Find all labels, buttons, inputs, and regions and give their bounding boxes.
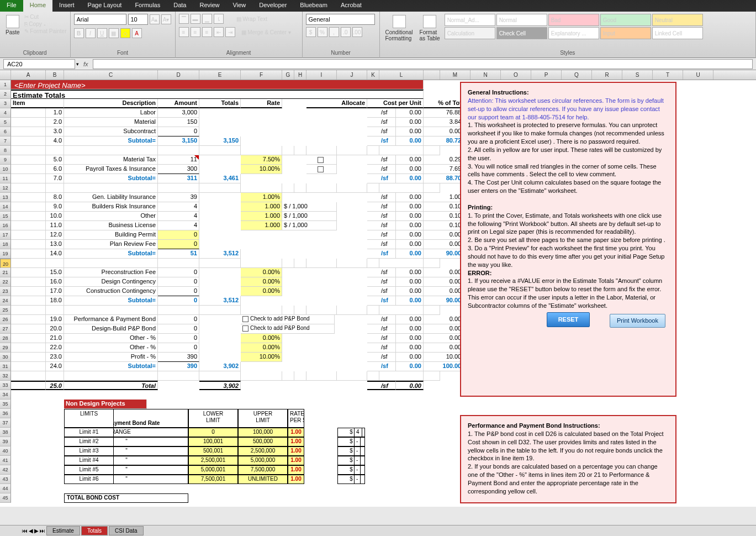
allocate-checkbox[interactable] — [306, 165, 337, 174]
amount[interactable]: 0 — [158, 268, 199, 277]
nd-dollar[interactable]: $ — [337, 456, 365, 465]
pp-bond-checkbox[interactable]: Check to add P&P Bond — [241, 315, 335, 324]
tab-formulas[interactable]: Formulas — [128, 0, 167, 12]
row-header[interactable]: 14 — [0, 202, 11, 212]
hdr-cpu[interactable]: Cost per Unit — [367, 99, 424, 108]
nd-limit-name[interactable]: Limit #2 — [64, 437, 114, 446]
format-painter-button[interactable]: ✎ Format Painter — [24, 28, 67, 34]
rate-unit[interactable]: $ / 1,000 — [282, 202, 337, 212]
empty-cell[interactable] — [306, 371, 337, 381]
amount[interactable]: 0 — [158, 324, 199, 334]
estimate-totals-title[interactable]: Estimate Totals — [11, 90, 424, 99]
empty-cell[interactable] — [367, 306, 379, 315]
nd-upper[interactable]: 100,000 — [238, 428, 288, 437]
unit-label[interactable]: /sf — [379, 221, 396, 230]
cell[interactable] — [11, 277, 46, 287]
fill-color-button[interactable]: ◇ — [120, 28, 130, 38]
item-number[interactable]: 22.0 — [46, 343, 64, 353]
cell[interactable] — [11, 343, 46, 353]
empty-cell[interactable] — [64, 371, 158, 381]
number-format-select[interactable] — [306, 14, 375, 25]
copy-button[interactable]: ⎘ Copy ▾ — [24, 21, 67, 27]
description[interactable]: Construction Contingency — [64, 287, 158, 296]
empty-cell[interactable] — [158, 371, 199, 381]
description[interactable]: Performance & Payment Bond — [64, 315, 158, 324]
amount[interactable]: 0 — [158, 277, 199, 287]
unit-label[interactable]: /sf — [379, 343, 396, 353]
empty-cell[interactable] — [241, 306, 282, 315]
amount[interactable]: 150 — [158, 118, 199, 127]
align-left[interactable]: ≡ — [179, 27, 189, 37]
nd-lower[interactable]: 0 — [188, 428, 238, 437]
tab-developer[interactable]: Developer — [252, 0, 293, 12]
totals[interactable]: 3,150 — [199, 136, 241, 146]
row-header[interactable]: 16 — [0, 221, 11, 230]
nd-rate[interactable]: 1.00 — [288, 428, 304, 437]
nd-amount[interactable]: - — [354, 456, 361, 465]
tab-bluebeam[interactable]: Bluebeam — [293, 0, 334, 12]
row-header[interactable]: 12 — [0, 183, 11, 193]
description[interactable]: Preconstruction Fee — [64, 268, 158, 277]
amount[interactable]: 300 — [158, 165, 199, 174]
unit-label[interactable]: /sf — [379, 381, 396, 390]
row-header[interactable]: 34 — [0, 390, 11, 400]
amount[interactable]: 51 — [158, 249, 199, 259]
unit-label[interactable]: /sf — [379, 136, 396, 146]
hdr-allocate[interactable]: Allocate — [306, 99, 367, 108]
row-header[interactable]: 10 — [0, 165, 11, 174]
description[interactable]: Gen. Liability Insurance — [64, 193, 158, 202]
increase-font-button[interactable]: A▴ — [150, 14, 160, 24]
row-header[interactable]: 42 — [0, 465, 11, 475]
hdr-totals[interactable]: Totals — [199, 99, 241, 108]
nd-amount[interactable]: - — [354, 465, 361, 475]
empty-cell[interactable] — [306, 259, 337, 268]
unit-label[interactable]: /sf — [379, 155, 396, 165]
merge-center-button[interactable]: ▦ Merge & Center ▾ — [241, 29, 291, 35]
empty-cell[interactable] — [367, 371, 379, 381]
col-header[interactable] — [0, 70, 11, 80]
italic-button[interactable]: I — [86, 28, 96, 38]
row-header[interactable]: 39 — [0, 437, 11, 446]
nd-amount[interactable]: 4 — [354, 428, 362, 437]
sheet-nav-next-icon[interactable]: ▶ — [34, 528, 39, 534]
tab-view[interactable]: View — [226, 0, 253, 12]
cut-button[interactable]: ✂ Cut — [24, 14, 67, 20]
style-cell[interactable]: Calculation — [445, 27, 495, 39]
row-header[interactable]: 23 — [0, 287, 11, 296]
description[interactable]: Design-Build P&P Bond — [64, 324, 158, 334]
font-name-select[interactable] — [74, 14, 126, 25]
description[interactable]: Total — [64, 381, 158, 390]
nd-upper[interactable]: 500,000 — [238, 437, 288, 446]
nd-rate[interactable]: 1.00 — [288, 446, 304, 456]
unit-label[interactable]: /sf — [379, 240, 396, 249]
cell[interactable] — [11, 315, 46, 324]
row-header[interactable]: 17 — [0, 230, 11, 240]
item-number[interactable]: 24.0 — [46, 362, 64, 371]
allocate-checkbox[interactable] — [306, 155, 337, 165]
row-header[interactable]: 3 — [0, 99, 11, 108]
row-header[interactable]: 6 — [0, 127, 11, 136]
name-box[interactable] — [3, 59, 75, 69]
row-header[interactable]: 45 — [0, 493, 11, 503]
nd-lower[interactable]: 5,000,001 — [188, 465, 238, 475]
name-box-dropdown-icon[interactable]: ▾ — [76, 61, 79, 67]
empty-cell[interactable] — [379, 259, 424, 268]
amount[interactable]: 0 — [158, 127, 199, 136]
align-bot[interactable]: ▁ — [202, 14, 212, 24]
align-center[interactable]: ≡ — [191, 27, 200, 37]
unit-label[interactable]: /sf — [379, 193, 396, 202]
amount[interactable]: 3,000 — [158, 108, 199, 118]
cell[interactable] — [11, 230, 46, 240]
description[interactable]: Design Contingency — [64, 277, 158, 287]
empty-cell[interactable] — [241, 146, 282, 155]
tab-acrobat[interactable]: Acrobat — [334, 0, 368, 12]
unit-label[interactable]: /sf — [379, 230, 396, 240]
cell[interactable] — [11, 155, 46, 165]
rate[interactable]: 10.00% — [241, 353, 282, 362]
col-header[interactable]: J — [337, 70, 367, 80]
row-header[interactable]: 4 — [0, 108, 11, 118]
totals[interactable]: 3,512 — [199, 249, 241, 259]
nd-rate[interactable]: 1.00 — [288, 475, 304, 484]
nd-amount[interactable]: - — [354, 446, 361, 456]
description[interactable]: Other - % — [64, 334, 158, 343]
